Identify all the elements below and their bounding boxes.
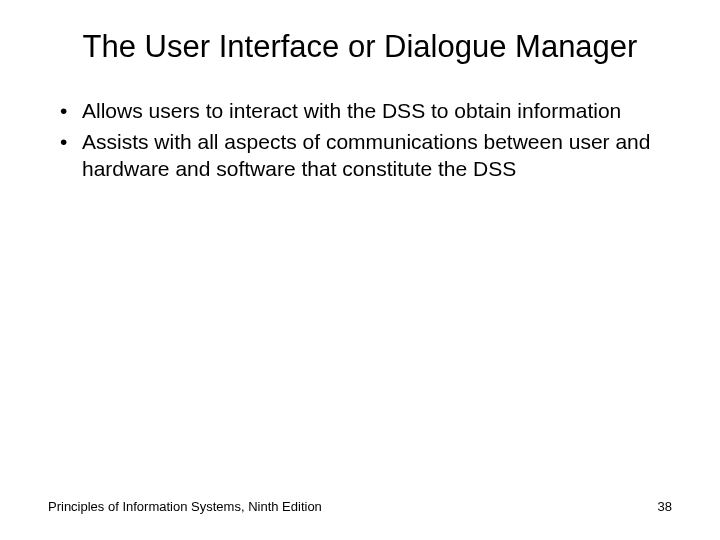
footer-page-number: 38 bbox=[658, 499, 672, 514]
footer-source: Principles of Information Systems, Ninth… bbox=[48, 499, 322, 514]
bullet-list: Allows users to interact with the DSS to… bbox=[48, 97, 672, 183]
slide-title: The User Interface or Dialogue Manager bbox=[48, 28, 672, 67]
slide-container: The User Interface or Dialogue Manager A… bbox=[0, 0, 720, 540]
bullet-item: Assists with all aspects of communicatio… bbox=[56, 128, 672, 183]
slide-footer: Principles of Information Systems, Ninth… bbox=[48, 499, 672, 514]
bullet-item: Allows users to interact with the DSS to… bbox=[56, 97, 672, 124]
